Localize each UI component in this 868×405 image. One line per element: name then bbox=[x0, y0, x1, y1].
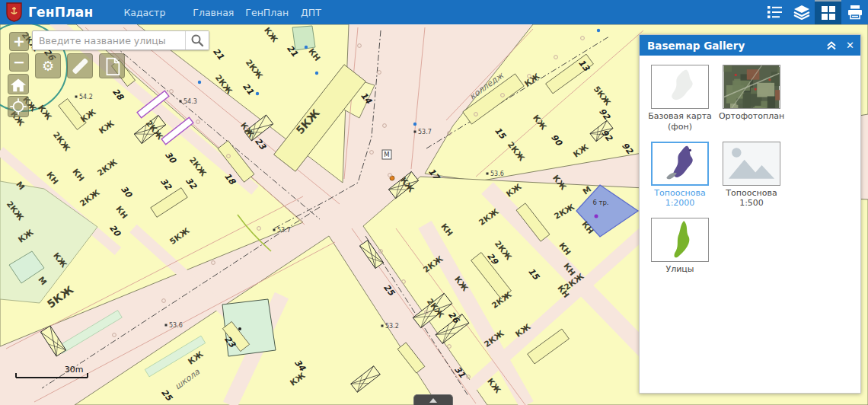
basemap-gallery-icon bbox=[821, 5, 836, 21]
gear-icon: ⚙ bbox=[42, 58, 54, 74]
chevron-up-icon bbox=[427, 397, 439, 403]
home-extent-button[interactable] bbox=[8, 74, 29, 94]
export-tool-button[interactable] bbox=[99, 53, 125, 78]
basemap-item-placeholder[interactable]: Топооснова 1:500 bbox=[716, 142, 787, 209]
map-label: 6 тр. bbox=[592, 199, 608, 206]
layers-button[interactable] bbox=[788, 0, 815, 24]
basemap-item-topo2000[interactable]: Топооснова 1:2000 bbox=[645, 142, 715, 209]
map-label: М bbox=[384, 151, 389, 158]
basemap-item-aerial[interactable]: Ортофотоплан bbox=[716, 65, 787, 132]
app-window: 2КЖ26КЖКЖКЖ2КЖКЖКЖ28КНКНМ2КЖ302КЖКН2КЖ30… bbox=[0, 0, 868, 405]
street-search bbox=[32, 30, 209, 50]
elevation-label: 53.2 bbox=[385, 323, 399, 330]
my-location-button[interactable] bbox=[8, 96, 29, 117]
legend-icon bbox=[767, 5, 783, 20]
basemap-gallery-button[interactable] bbox=[815, 0, 841, 24]
close-panel-button[interactable]: ✕ bbox=[846, 40, 854, 51]
collapse-panel-button[interactable] bbox=[826, 40, 837, 50]
menu-item-genplan[interactable]: ГенПлан bbox=[245, 7, 289, 18]
basemap-label: Улицы bbox=[665, 264, 694, 275]
document-icon bbox=[101, 56, 123, 77]
scale-label: 30m bbox=[65, 365, 84, 375]
basemap-label: Ортофотоплан bbox=[719, 111, 784, 122]
basemap-thumbnail[interactable] bbox=[651, 218, 709, 262]
zoom-out-button[interactable]: − bbox=[9, 53, 29, 72]
measure-tool-button[interactable] bbox=[67, 53, 93, 78]
app-title: ГенПлан bbox=[28, 5, 93, 20]
measure-icon bbox=[69, 55, 91, 77]
panel-title: Basemap Gallery bbox=[647, 40, 745, 52]
panel-body[interactable]: Базовая карта (фон)ОртофотопланТопооснов… bbox=[640, 56, 860, 393]
elevation-label: 53.6 bbox=[169, 322, 183, 329]
basemap-item-blank[interactable]: Базовая карта (фон) bbox=[645, 65, 715, 132]
attribution-toggle-button[interactable] bbox=[413, 394, 453, 405]
zoom-in-button[interactable]: + bbox=[9, 32, 29, 51]
basemap-gallery-panel: Basemap Gallery ✕ Базовая карта (фон)Орт… bbox=[639, 34, 861, 394]
panel-header[interactable]: Basemap Gallery ✕ bbox=[640, 35, 860, 56]
app-header: ГенПлан Кадастр Главная ГенПлан ДПТ bbox=[0, 0, 868, 24]
menu-item-kadastr[interactable]: Кадастр bbox=[123, 7, 165, 18]
elevation-label: 53.6 bbox=[490, 171, 504, 177]
basemap-gallery-list: Базовая карта (фон)ОртофотопланТопооснов… bbox=[644, 63, 856, 282]
minus-icon: − bbox=[13, 55, 25, 69]
basemap-thumbnail[interactable] bbox=[651, 65, 709, 109]
basemap-label: Топооснова 1:500 bbox=[716, 188, 787, 209]
search-icon bbox=[190, 33, 204, 47]
print-icon bbox=[847, 5, 863, 20]
basemap-thumbnail[interactable] bbox=[723, 65, 780, 109]
elevation-label: 53.7 bbox=[277, 227, 291, 234]
basemap-label: Базовая карта (фон) bbox=[645, 111, 715, 132]
settings-tool-button[interactable]: ⚙ bbox=[35, 53, 61, 78]
menu-item-glavnaya[interactable]: Главная bbox=[193, 7, 234, 18]
home-icon bbox=[9, 76, 27, 93]
search-button[interactable] bbox=[185, 31, 209, 49]
header-toolbar bbox=[761, 0, 868, 24]
layers-icon bbox=[793, 5, 810, 20]
elevation-label: 54.2 bbox=[79, 94, 93, 100]
legend-button[interactable] bbox=[761, 0, 788, 24]
menu-item-dpt[interactable]: ДПТ bbox=[301, 7, 321, 18]
elevation-label: 53.7 bbox=[418, 129, 432, 136]
basemap-item-streets[interactable]: Улицы bbox=[645, 218, 715, 275]
city-coat-of-arms-logo bbox=[6, 2, 22, 22]
search-input[interactable] bbox=[33, 31, 185, 49]
elevation-label: 54.3 bbox=[183, 98, 197, 105]
main-menu: Кадастр Главная ГенПлан ДПТ bbox=[93, 7, 321, 18]
double-chevron-up-icon bbox=[826, 40, 837, 50]
crosshair-icon bbox=[9, 97, 27, 116]
basemap-thumbnail[interactable] bbox=[651, 142, 709, 186]
print-button[interactable] bbox=[841, 0, 868, 24]
basemap-thumbnail[interactable] bbox=[723, 142, 780, 186]
plus-icon: + bbox=[13, 34, 25, 49]
basemap-label: Топооснова 1:2000 bbox=[645, 188, 715, 209]
